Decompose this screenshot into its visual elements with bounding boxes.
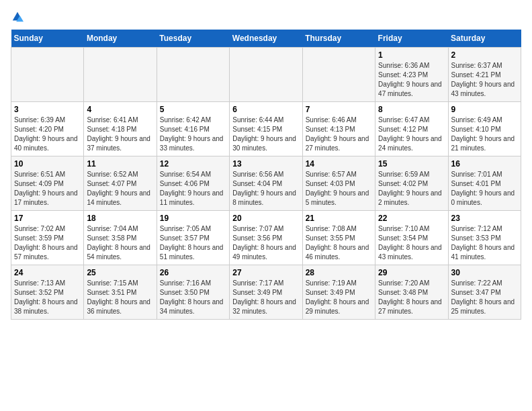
calendar-day-cell: 3Sunrise: 6:39 AM Sunset: 4:20 PM Daylig… (11, 102, 84, 156)
day-info: Sunrise: 7:10 AM Sunset: 3:54 PM Dayligh… (378, 224, 445, 262)
calendar-day-cell: 16Sunrise: 7:01 AM Sunset: 4:01 PM Dayli… (448, 156, 521, 211)
calendar-week-row: 1Sunrise: 6:36 AM Sunset: 4:23 PM Daylig… (11, 48, 521, 102)
calendar-day-cell: 27Sunrise: 7:17 AM Sunset: 3:49 PM Dayli… (230, 265, 302, 320)
weekday-header-cell: Friday (375, 30, 448, 48)
calendar-day-cell: 6Sunrise: 6:44 AM Sunset: 4:15 PM Daylig… (230, 102, 302, 156)
day-info: Sunrise: 7:08 AM Sunset: 3:55 PM Dayligh… (306, 224, 372, 262)
day-info: Sunrise: 6:44 AM Sunset: 4:15 PM Dayligh… (232, 116, 299, 153)
weekday-header-cell: Thursday (302, 30, 375, 48)
calendar-day-cell: 7Sunrise: 6:46 AM Sunset: 4:13 PM Daylig… (302, 102, 375, 156)
calendar-day-cell: 23Sunrise: 7:12 AM Sunset: 3:53 PM Dayli… (448, 211, 521, 265)
day-number: 3 (14, 105, 81, 114)
calendar-day-cell: 15Sunrise: 6:59 AM Sunset: 4:02 PM Dayli… (375, 156, 448, 211)
day-number: 29 (378, 268, 445, 277)
day-info: Sunrise: 6:47 AM Sunset: 4:12 PM Dayligh… (378, 116, 445, 153)
day-info: Sunrise: 7:01 AM Sunset: 4:01 PM Dayligh… (451, 170, 518, 208)
day-number: 9 (451, 105, 518, 114)
calendar-day-cell: 4Sunrise: 6:41 AM Sunset: 4:18 PM Daylig… (84, 102, 157, 156)
day-info: Sunrise: 6:51 AM Sunset: 4:09 PM Dayligh… (14, 170, 81, 208)
day-info: Sunrise: 6:39 AM Sunset: 4:20 PM Dayligh… (14, 116, 81, 153)
day-number: 21 (306, 214, 372, 223)
calendar-week-row: 24Sunrise: 7:13 AM Sunset: 3:52 PM Dayli… (11, 265, 521, 320)
day-info: Sunrise: 7:12 AM Sunset: 3:53 PM Dayligh… (451, 224, 518, 262)
calendar-day-cell: 22Sunrise: 7:10 AM Sunset: 3:54 PM Dayli… (375, 211, 448, 265)
calendar-day-cell (157, 48, 229, 102)
day-number: 30 (451, 268, 518, 277)
weekday-header-cell: Sunday (11, 30, 84, 48)
day-number: 4 (87, 105, 153, 114)
day-number: 16 (451, 159, 518, 169)
day-number: 25 (87, 268, 153, 277)
day-info: Sunrise: 7:02 AM Sunset: 3:59 PM Dayligh… (14, 224, 81, 262)
day-info: Sunrise: 7:05 AM Sunset: 3:57 PM Dayligh… (160, 224, 226, 262)
day-info: Sunrise: 6:46 AM Sunset: 4:13 PM Dayligh… (306, 116, 372, 153)
day-number: 10 (14, 159, 81, 169)
calendar-day-cell (230, 48, 302, 102)
calendar-day-cell: 28Sunrise: 7:19 AM Sunset: 3:49 PM Dayli… (302, 265, 375, 320)
day-info: Sunrise: 6:59 AM Sunset: 4:02 PM Dayligh… (378, 170, 445, 208)
calendar-week-row: 3Sunrise: 6:39 AM Sunset: 4:20 PM Daylig… (11, 102, 521, 156)
day-info: Sunrise: 7:20 AM Sunset: 3:48 PM Dayligh… (378, 279, 445, 316)
calendar-day-cell: 14Sunrise: 6:57 AM Sunset: 4:03 PM Dayli… (302, 156, 375, 211)
calendar-day-cell: 2Sunrise: 6:37 AM Sunset: 4:21 PM Daylig… (448, 48, 521, 102)
day-info: Sunrise: 6:49 AM Sunset: 4:10 PM Dayligh… (451, 116, 518, 153)
day-info: Sunrise: 6:36 AM Sunset: 4:23 PM Dayligh… (378, 61, 445, 99)
calendar-day-cell: 10Sunrise: 6:51 AM Sunset: 4:09 PM Dayli… (11, 156, 84, 211)
day-number: 5 (160, 105, 226, 114)
calendar-day-cell (11, 48, 84, 102)
day-info: Sunrise: 6:57 AM Sunset: 4:03 PM Dayligh… (306, 170, 372, 208)
day-info: Sunrise: 7:17 AM Sunset: 3:49 PM Dayligh… (232, 279, 299, 316)
calendar-day-cell: 21Sunrise: 7:08 AM Sunset: 3:55 PM Dayli… (302, 211, 375, 265)
logo-icon (11, 11, 24, 23)
calendar-week-row: 17Sunrise: 7:02 AM Sunset: 3:59 PM Dayli… (11, 211, 521, 265)
weekday-header-cell: Saturday (448, 30, 521, 48)
calendar-day-cell: 18Sunrise: 7:04 AM Sunset: 3:58 PM Dayli… (84, 211, 157, 265)
day-number: 17 (14, 214, 81, 223)
day-info: Sunrise: 7:04 AM Sunset: 3:58 PM Dayligh… (87, 224, 153, 262)
day-number: 18 (87, 214, 153, 223)
calendar-day-cell (84, 48, 157, 102)
calendar-day-cell: 8Sunrise: 6:47 AM Sunset: 4:12 PM Daylig… (375, 102, 448, 156)
day-info: Sunrise: 7:15 AM Sunset: 3:51 PM Dayligh… (87, 279, 153, 316)
day-number: 19 (160, 214, 226, 223)
day-number: 14 (306, 159, 372, 169)
day-info: Sunrise: 7:13 AM Sunset: 3:52 PM Dayligh… (14, 279, 81, 316)
calendar-day-cell: 24Sunrise: 7:13 AM Sunset: 3:52 PM Dayli… (11, 265, 84, 320)
weekday-header-cell: Wednesday (230, 30, 302, 48)
weekday-header-cell: Tuesday (157, 30, 229, 48)
day-number: 20 (232, 214, 299, 223)
calendar-day-cell (302, 48, 375, 102)
weekday-header-row: SundayMondayTuesdayWednesdayThursdayFrid… (11, 30, 521, 48)
day-number: 28 (306, 268, 372, 277)
day-number: 23 (451, 214, 518, 223)
day-info: Sunrise: 7:22 AM Sunset: 3:47 PM Dayligh… (451, 279, 518, 316)
calendar-day-cell: 9Sunrise: 6:49 AM Sunset: 4:10 PM Daylig… (448, 102, 521, 156)
calendar-day-cell: 17Sunrise: 7:02 AM Sunset: 3:59 PM Dayli… (11, 211, 84, 265)
calendar-day-cell: 11Sunrise: 6:52 AM Sunset: 4:07 PM Dayli… (84, 156, 157, 211)
calendar-day-cell: 1Sunrise: 6:36 AM Sunset: 4:23 PM Daylig… (375, 48, 448, 102)
day-number: 27 (232, 268, 299, 277)
calendar-day-cell: 12Sunrise: 6:54 AM Sunset: 4:06 PM Dayli… (157, 156, 229, 211)
calendar-day-cell: 26Sunrise: 7:16 AM Sunset: 3:50 PM Dayli… (157, 265, 229, 320)
header (11, 11, 521, 23)
day-info: Sunrise: 7:07 AM Sunset: 3:56 PM Dayligh… (232, 224, 299, 262)
day-number: 8 (378, 105, 445, 114)
day-number: 26 (160, 268, 226, 277)
calendar-day-cell: 25Sunrise: 7:15 AM Sunset: 3:51 PM Dayli… (84, 265, 157, 320)
day-number: 1 (378, 50, 445, 60)
day-info: Sunrise: 6:56 AM Sunset: 4:04 PM Dayligh… (232, 170, 299, 208)
day-number: 24 (14, 268, 81, 277)
day-info: Sunrise: 6:42 AM Sunset: 4:16 PM Dayligh… (160, 116, 226, 153)
day-info: Sunrise: 6:54 AM Sunset: 4:06 PM Dayligh… (160, 170, 226, 208)
day-info: Sunrise: 6:52 AM Sunset: 4:07 PM Dayligh… (87, 170, 153, 208)
day-number: 12 (160, 159, 226, 169)
calendar-day-cell: 5Sunrise: 6:42 AM Sunset: 4:16 PM Daylig… (157, 102, 229, 156)
day-number: 13 (232, 159, 299, 169)
day-number: 7 (306, 105, 372, 114)
calendar-day-cell: 13Sunrise: 6:56 AM Sunset: 4:04 PM Dayli… (230, 156, 302, 211)
day-info: Sunrise: 6:37 AM Sunset: 4:21 PM Dayligh… (451, 61, 518, 99)
day-info: Sunrise: 7:16 AM Sunset: 3:50 PM Dayligh… (160, 279, 226, 316)
logo (11, 11, 24, 23)
day-number: 2 (451, 50, 518, 60)
day-number: 15 (378, 159, 445, 169)
